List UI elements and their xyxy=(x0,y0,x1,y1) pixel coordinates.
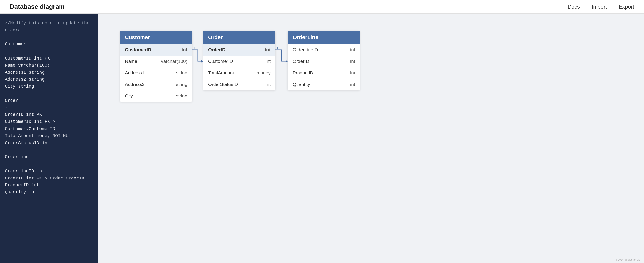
svg-text:+: + xyxy=(193,46,196,50)
orderline-field-orderlineid: OrderLineID int xyxy=(288,44,360,56)
code-separator-3: - xyxy=(5,161,93,168)
svg-marker-2 xyxy=(286,60,288,63)
code-field-name: Name varchar(100) xyxy=(5,62,93,69)
orderline-field-orderid: OrderID int xyxy=(288,56,360,67)
customer-pk-type: int xyxy=(182,47,187,53)
diagram-canvas: ++ Customer CustomerID int Name varchar(… xyxy=(98,14,644,263)
code-field-orderline-orderid: OrderID int FK > Order.OrderID xyxy=(5,175,93,182)
code-field-orderstatusid: OrderStatusID int xyxy=(5,140,93,147)
header-nav: Docs Import Export xyxy=(568,4,634,10)
code-separator-2: - xyxy=(5,104,93,112)
order-field-totalamount: TotalAmount money xyxy=(203,67,276,78)
code-field-city: City string xyxy=(5,83,93,90)
code-separator-1: - xyxy=(5,48,93,55)
customer-pk-row: CustomerID int xyxy=(120,44,192,56)
main-layout: //Modify this code to update the diagra … xyxy=(0,14,644,263)
code-field-customerid: CustomerID int PK xyxy=(5,55,93,62)
customer-field-address1: Address1 string xyxy=(120,67,192,78)
code-line-customer: Customer xyxy=(5,41,93,48)
code-field-orderlineid: OrderLineID int xyxy=(5,168,93,175)
code-field-productid: ProductID int xyxy=(5,182,93,189)
code-field-quantity: Quantity int xyxy=(5,189,93,196)
code-field-totalamount: TotalAmount money NOT NULL xyxy=(5,132,93,140)
orderline-field-quantity: Quantity int xyxy=(288,78,360,90)
order-field-orderstatusid: OrderStatusID int xyxy=(203,78,276,90)
customer-field-name: Name varchar(100) xyxy=(120,56,192,67)
order-field-customerid: CustomerID int xyxy=(203,56,276,67)
nav-export[interactable]: Export xyxy=(618,4,634,10)
order-pk-row: OrderID int xyxy=(203,44,276,56)
code-field-order-customerid: CustomerID int FK > Customer.CustomerID xyxy=(5,118,93,132)
app-header: Database diagram Docs Import Export xyxy=(0,0,644,14)
nav-docs[interactable]: Docs xyxy=(568,4,580,10)
code-field-orderid: OrderID int PK xyxy=(5,111,93,118)
entity-customer: Customer CustomerID int Name varchar(100… xyxy=(120,31,192,102)
code-field-address1: Address1 string xyxy=(5,69,93,76)
code-line-order: Order xyxy=(5,97,93,104)
code-comment: //Modify this code to update the diagra xyxy=(5,20,93,34)
customer-header: Customer xyxy=(120,31,192,44)
customer-field-city: City string xyxy=(120,90,192,102)
svg-text:+: + xyxy=(276,46,279,50)
order-header: Order xyxy=(203,31,276,44)
code-line-orderline: OrderLine xyxy=(5,154,93,161)
orderline-header: OrderLine xyxy=(288,31,360,44)
code-editor[interactable]: //Modify this code to update the diagra … xyxy=(0,14,98,263)
code-field-address2: Address2 string xyxy=(5,76,93,83)
entity-orderline: OrderLine OrderLineID int OrderID int Pr… xyxy=(288,31,360,90)
svg-marker-0 xyxy=(201,60,203,63)
orderline-field-productid: ProductID int xyxy=(288,67,360,78)
page-title: Database diagram xyxy=(10,3,65,10)
customer-field-address2: Address2 string xyxy=(120,78,192,90)
nav-import[interactable]: Import xyxy=(592,4,607,10)
watermark: ©2024 dbdiagram.io xyxy=(616,258,640,261)
entity-order: Order OrderID int CustomerID int TotalAm… xyxy=(203,31,276,90)
order-pk-type: int xyxy=(265,47,270,53)
customer-pk-name: CustomerID xyxy=(125,47,151,53)
order-pk-name: OrderID xyxy=(208,47,226,53)
